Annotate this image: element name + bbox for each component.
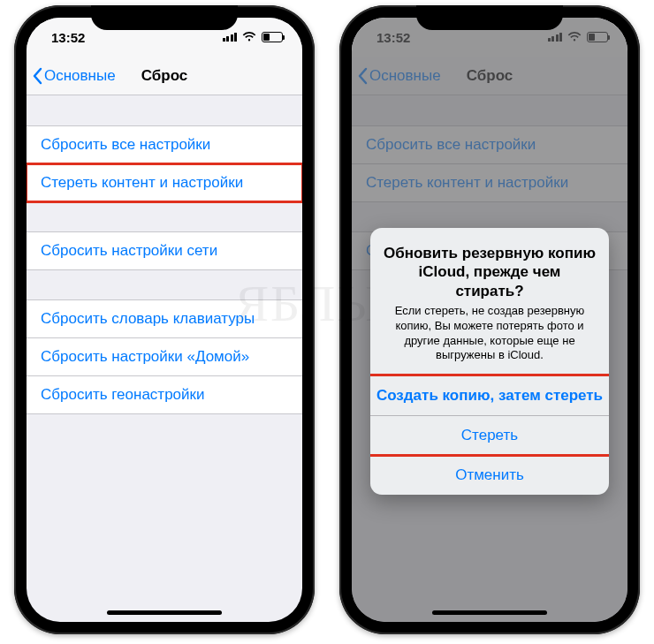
row-erase-content[interactable]: Стереть контент и настройки	[27, 163, 302, 202]
row-reset-keyboard[interactable]: Сбросить словарь клавиатуры	[27, 299, 302, 338]
chevron-left-icon	[32, 67, 42, 85]
screenshot-pair: 13:52 Основные Сброс Сбросить в	[0, 0, 654, 640]
back-label: Основные	[44, 67, 116, 85]
row-label: Сбросить настройки сети	[41, 242, 217, 260]
nav-title: Сброс	[141, 67, 188, 85]
battery-icon	[262, 32, 283, 42]
alert-dialog: Обновить резервную копию iCloud, прежде …	[370, 228, 609, 495]
row-reset-home[interactable]: Сбросить настройки «Домой»	[27, 337, 302, 376]
wifi-icon	[242, 30, 256, 45]
phone-frame-right: 13:52 Основные Сброс Сбросить в	[339, 5, 640, 634]
screen-left: 13:52 Основные Сброс Сбросить в	[27, 18, 302, 622]
settings-list: Сбросить все настройки Стереть контент и…	[27, 125, 302, 414]
row-label: Сбросить все настройки	[41, 136, 210, 154]
alert-cancel-button[interactable]: Отменить	[370, 455, 609, 495]
alert-title: Обновить резервную копию iCloud, прежде …	[383, 244, 597, 300]
back-button[interactable]: Основные	[27, 67, 116, 85]
row-reset-location[interactable]: Сбросить геонастройки	[27, 375, 302, 414]
status-time: 13:52	[51, 30, 85, 45]
alert-erase-button[interactable]: Стереть	[370, 415, 609, 455]
phone-frame-left: 13:52 Основные Сброс Сбросить в	[14, 5, 315, 634]
row-label: Сбросить настройки «Домой»	[41, 348, 249, 366]
row-reset-all[interactable]: Сбросить все настройки	[27, 125, 302, 164]
status-right	[223, 30, 284, 45]
row-label: Сбросить словарь клавиатуры	[41, 310, 255, 328]
row-reset-network[interactable]: Сбросить настройки сети	[27, 231, 302, 270]
screen-right: 13:52 Основные Сброс Сбросить в	[352, 18, 627, 622]
home-indicator[interactable]	[107, 610, 222, 615]
nav-bar: Основные Сброс	[27, 57, 302, 95]
home-indicator[interactable]	[432, 610, 547, 615]
notch	[416, 5, 563, 30]
row-label: Стереть контент и настройки	[41, 174, 243, 192]
notch	[91, 5, 238, 30]
row-label: Сбросить геонастройки	[41, 386, 205, 404]
alert-message: Если стереть, не создав резервную копию,…	[383, 304, 597, 364]
signal-icon	[223, 33, 238, 42]
alert-header: Обновить резервную копию iCloud, прежде …	[370, 228, 609, 375]
alert-backup-erase-button[interactable]: Создать копию, затем стереть	[370, 375, 609, 415]
